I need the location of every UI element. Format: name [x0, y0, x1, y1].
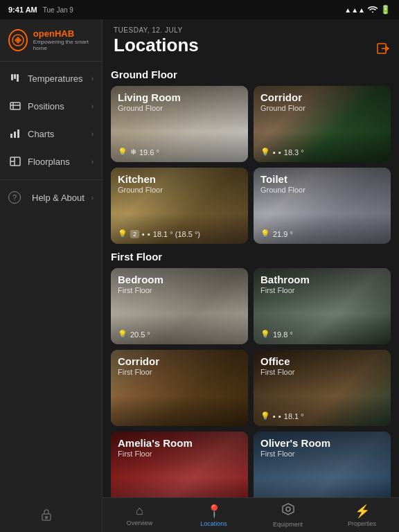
- room-card-olivers-room[interactable]: Oliver's Room First Floor: [254, 432, 391, 497]
- bulb-icon-t: 💡: [260, 229, 270, 238]
- positions-chevron: ›: [91, 103, 94, 110]
- tab-properties[interactable]: ⚡ Properties: [325, 498, 399, 532]
- office-header: Office First Floor: [260, 355, 384, 376]
- kitchen-name: Kitchen: [118, 173, 241, 186]
- first-floor-grid: Bedroom First Floor 💡 20.5 °: [111, 268, 391, 497]
- temperatures-label: Temperatures: [28, 73, 91, 84]
- plug-icon-k2: ▪: [148, 230, 150, 238]
- temperatures-icon: [8, 71, 22, 85]
- office-name: Office: [260, 355, 384, 368]
- svg-marker-16: [283, 504, 294, 515]
- sidebar-nav: Temperatures › Positions ›: [0, 62, 102, 532]
- plug-icon-k1: ▪: [142, 230, 145, 238]
- toilet-footer: 💡 21.9 °: [260, 229, 384, 238]
- toilet-name: Toilet: [260, 173, 384, 186]
- bulb-icon-lr: 💡: [118, 148, 127, 157]
- plug-icon-cgf2: ▪: [278, 148, 281, 157]
- corridor-ff-header: Corridor First Floor: [118, 355, 241, 376]
- charts-label: Charts: [28, 129, 91, 139]
- tab-overview[interactable]: ⌂ Overview: [103, 498, 177, 532]
- svg-rect-10: [17, 130, 19, 138]
- properties-tab-label: Properties: [348, 520, 376, 527]
- bulb-icon-bed: 💡: [118, 330, 127, 339]
- sidebar-item-charts[interactable]: Charts ›: [0, 120, 102, 148]
- bedroom-name: Bedroom: [118, 274, 241, 286]
- bedroom-content: Bedroom First Floor 💡 20.5 °: [111, 268, 248, 344]
- logo-name: openHAB: [33, 29, 94, 39]
- tab-equipment[interactable]: Equipment: [251, 498, 325, 532]
- corridor-gf-floor: Ground Floor: [260, 104, 384, 112]
- amelias-room-floor: First Floor: [118, 450, 241, 458]
- room-card-corridor-ff[interactable]: Corridor First Floor: [111, 350, 248, 426]
- room-card-bathroom[interactable]: Bathroom First Floor 💡 19.8 °: [254, 268, 391, 344]
- bathroom-content: Bathroom First Floor 💡 19.8 °: [254, 268, 391, 344]
- living-room-floor: Ground Floor: [118, 104, 241, 112]
- first-floor-title: First Floor: [111, 251, 391, 263]
- status-icons: ▲▲▲ 🔋: [344, 5, 391, 15]
- svg-rect-8: [10, 134, 12, 138]
- lock-icon[interactable]: [40, 508, 53, 524]
- olivers-room-floor: First Floor: [260, 450, 384, 458]
- room-card-amelias-room[interactable]: Amelia's Room First Floor: [111, 432, 248, 497]
- room-card-toilet[interactable]: Toilet Ground Floor 💡 21.9 °: [254, 168, 391, 244]
- toilet-temp: 21.9 °: [273, 230, 293, 238]
- room-card-living-room[interactable]: Living Room Ground Floor 💡 ❄ 19.6 °: [111, 86, 248, 162]
- kitchen-floor: Ground Floor: [118, 186, 241, 194]
- svg-point-1: [17, 39, 19, 42]
- sidebar-item-help-about[interactable]: ? Help & About ›: [0, 184, 102, 211]
- svg-rect-9: [14, 132, 16, 138]
- help-chevron: ›: [91, 194, 94, 202]
- wifi-icon: [368, 6, 378, 14]
- living-room-footer: 💡 ❄ 19.6 °: [118, 148, 241, 157]
- plug-icon-office2: ▪: [278, 412, 281, 420]
- toilet-header: Toilet Ground Floor: [260, 173, 384, 194]
- logo-text-block: openHAB Empowering the smart home: [33, 29, 94, 51]
- overview-tab-icon: ⌂: [136, 504, 143, 518]
- logout-icon[interactable]: [374, 39, 393, 58]
- bulb-icon-office: 💡: [260, 411, 270, 420]
- sidebar-item-temperatures[interactable]: Temperatures ›: [0, 64, 102, 92]
- svg-point-19: [46, 517, 48, 519]
- amelias-room-header: Amelia's Room First Floor: [118, 437, 241, 458]
- bathroom-temp: 19.8 °: [273, 330, 293, 339]
- toilet-content: Toilet Ground Floor 💡 21.9 °: [254, 168, 391, 244]
- bedroom-floor: First Floor: [118, 286, 241, 294]
- bathroom-name: Bathroom: [260, 274, 384, 286]
- living-room-temp: 19.6 °: [139, 148, 159, 157]
- corridor-gf-name: Corridor: [260, 91, 384, 104]
- sidebar-divider: [0, 179, 102, 180]
- equipment-tab-icon: [281, 502, 295, 520]
- locations-tab-icon: 📍: [206, 504, 222, 519]
- olivers-room-content: Oliver's Room First Floor: [254, 432, 391, 497]
- logo-icon: [8, 29, 28, 51]
- living-room-name: Living Room: [118, 91, 241, 104]
- positions-icon: [8, 99, 22, 113]
- sidebar-item-positions[interactable]: Positions ›: [0, 92, 102, 120]
- sidebar-item-floorplans[interactable]: Floorplans ›: [0, 148, 102, 175]
- date-label: TUESDAY, 12. JULY: [114, 26, 388, 34]
- content-header: TUESDAY, 12. JULY Locations: [103, 19, 399, 62]
- room-card-corridor-gf[interactable]: Corridor Ground Floor 💡 ▪ ▪ 18.3 °: [254, 86, 391, 162]
- corridor-ff-name: Corridor: [118, 355, 241, 368]
- bedroom-temp: 20.5 °: [130, 330, 150, 339]
- signal-icon: ▲▲▲: [344, 6, 365, 14]
- temperatures-chevron: ›: [91, 75, 94, 82]
- bulb-icon-bath: 💡: [260, 330, 270, 339]
- content-area: TUESDAY, 12. JULY Locations Ground Floor…: [103, 19, 399, 532]
- kitchen-footer: 💡 2 ▪ ▪ 18.1 ° (18.5 °): [118, 229, 241, 238]
- office-temp: 18.1 °: [284, 412, 304, 420]
- bedroom-header: Bedroom First Floor: [118, 274, 241, 294]
- bathroom-floor: First Floor: [260, 286, 384, 294]
- bulb-icon-cgf: 💡: [260, 148, 270, 157]
- svg-rect-2: [11, 74, 13, 80]
- corridor-gf-temp: 18.3 °: [284, 148, 304, 157]
- room-card-bedroom[interactable]: Bedroom First Floor 💡 20.5 °: [111, 268, 248, 344]
- corridor-gf-footer: 💡 ▪ ▪ 18.3 °: [260, 148, 384, 157]
- room-card-office[interactable]: Office First Floor 💡 ▪ ▪ 18.1 °: [254, 350, 391, 426]
- status-time: 9:41 AM: [8, 6, 37, 14]
- tab-locations[interactable]: 📍 Locations: [177, 498, 251, 532]
- status-bar: 9:41 AM Tue Jan 9 ▲▲▲ 🔋: [0, 0, 399, 19]
- kitchen-header: Kitchen Ground Floor: [118, 173, 241, 194]
- positions-label: Positions: [28, 101, 91, 112]
- room-card-kitchen[interactable]: Kitchen Ground Floor 💡 2 ▪ ▪ 18.1 ° (18.…: [111, 168, 248, 244]
